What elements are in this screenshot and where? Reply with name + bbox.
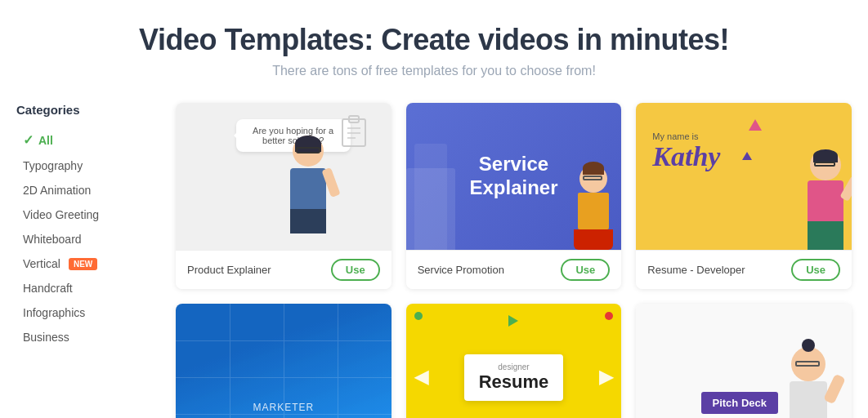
new-badge: New [69,258,97,270]
clipboard-icon [341,115,367,148]
arm-wave [839,176,852,202]
service-character [574,165,613,250]
res-head [810,149,841,180]
character-figure [290,136,326,233]
check-icon: ✓ [23,132,34,148]
figure-glasses [296,147,320,153]
sidebar-item-video-greeting[interactable]: Video Greeting [16,202,159,227]
resume-text-area: My name is Kathy [652,131,720,172]
page-subtitle: There are tons of free templates for you… [16,64,852,78]
content-area: Categories ✓ All Typography 2D Animation… [0,95,868,418]
res-body [808,180,843,221]
template-card-marketer-resume: Marketer Resume Marketer Resume Use [176,304,391,418]
template-footer-product-explainer: Product Explainer Use [176,250,391,289]
template-card-service-promotion: Service Explainer Service Promotion [406,103,622,289]
figure-body [290,168,326,209]
designer-resume-text: Resume [479,371,549,393]
thumbnail-designer: designer Resume ◀ ▶ [406,304,622,418]
res-leg-r [827,221,842,250]
sidebar-item-label: Infographics [23,306,85,319]
resume-character [808,149,843,250]
res-legs [808,221,843,250]
arrow-right: ▶ [599,367,613,388]
template-name: Service Promotion [418,264,504,276]
thumbnail-service-promotion: Service Explainer [406,103,622,250]
kathy-text: Kathy [652,141,720,172]
sidebar-item-label: Business [23,331,69,344]
dot-tl [414,312,423,320]
template-name: Product Explainer [187,264,271,276]
arrow-left: ◀ [414,367,428,388]
sidebar-item-vertical[interactable]: Vertical New [16,251,159,276]
template-card-product-explainer: Are you hoping for a better solution? [176,103,391,289]
sidebar-item-handcraft[interactable]: Handcraft [16,276,159,300]
arm-raised [321,167,340,198]
grid-lines [176,304,391,418]
marketer-resume-text: Resume [233,415,335,418]
sidebar-item-whiteboard[interactable]: Whiteboard [16,227,159,251]
thumbnail-resume-developer: My name is Kathy [636,103,852,250]
pitch-body [790,381,827,418]
svc-skirt [574,229,613,250]
templates-grid: Are you hoping for a better solution? [176,103,852,418]
sidebar-item-label: Vertical [23,257,60,270]
pitch-arm-wave [823,374,845,405]
svc-head [579,165,607,193]
service-title-line1: Service [479,153,548,176]
svc-body [578,193,609,229]
sidebar-item-typography[interactable]: Typography [16,153,159,178]
pitch-deck-badge: Pitch Deck [701,392,778,414]
res-hair [813,149,838,162]
pitch-character [790,347,827,418]
use-button-resume-developer[interactable]: Use [791,259,840,281]
marketer-label: Marketer [233,402,335,413]
res-leg-l [809,221,824,250]
sidebar-item-label: Whiteboard [23,233,82,246]
sidebar-item-label: Typography [23,159,83,172]
template-name: Resume - Developer [647,264,745,276]
svc-glasses [583,176,602,180]
figure-legs [290,209,326,233]
sidebar-item-label: All [38,134,53,147]
sidebar-item-business[interactable]: Business [16,325,159,349]
bg-building-left2 [414,144,447,250]
sidebar-item-all[interactable]: ✓ All [16,127,159,153]
thumbnail-product-explainer: Are you hoping for a better solution? [176,103,391,250]
dot-tr [605,312,613,320]
thumbnail-pitch-deck: Pitch Deck [636,304,852,418]
designer-label: designer [479,362,549,371]
pitch-glasses [795,361,820,367]
sidebar-item-infographics[interactable]: Infographics [16,300,159,325]
pitch-head [791,347,825,381]
figure-head [293,136,324,167]
template-card-pitch-deck: Pitch Deck Pitch Deck Use [636,304,852,418]
sidebar: Categories ✓ All Typography 2D Animation… [16,103,159,418]
sidebar-item-label: Handcraft [23,282,73,295]
res-glasses [814,162,835,167]
template-card-resume-developer: My name is Kathy [636,103,852,289]
thumbnail-marketer: Marketer Resume [176,304,391,418]
marketer-content: Marketer Resume [233,402,335,418]
tri-purple-deco [742,152,752,160]
template-footer-resume-developer: Resume - Developer Use [636,250,852,289]
svc-hair [583,162,604,175]
my-name-is: My name is [652,131,720,141]
pitch-bun [802,339,815,352]
sidebar-item-label: 2D Animation [23,184,91,197]
leg-left [290,209,305,233]
use-button-service-promotion[interactable]: Use [561,259,610,281]
designer-card: designer Resume [464,354,564,401]
page-header: Video Templates: Create videos in minute… [0,0,868,95]
template-footer-service-promotion: Service Promotion Use [406,250,622,289]
tri-pink-deco [749,119,762,131]
categories-label: Categories [16,103,159,117]
play-icon [508,315,518,327]
page-title: Video Templates: Create videos in minute… [16,23,852,57]
sidebar-item-label: Video Greeting [23,208,99,221]
use-button-product-explainer[interactable]: Use [331,259,380,281]
service-title-line2: Explainer [469,176,557,200]
sidebar-item-2d-animation[interactable]: 2D Animation [16,178,159,202]
template-card-designer-resume: designer Resume ◀ ▶ Designer Resume Use [406,304,622,418]
leg-right [311,209,326,233]
